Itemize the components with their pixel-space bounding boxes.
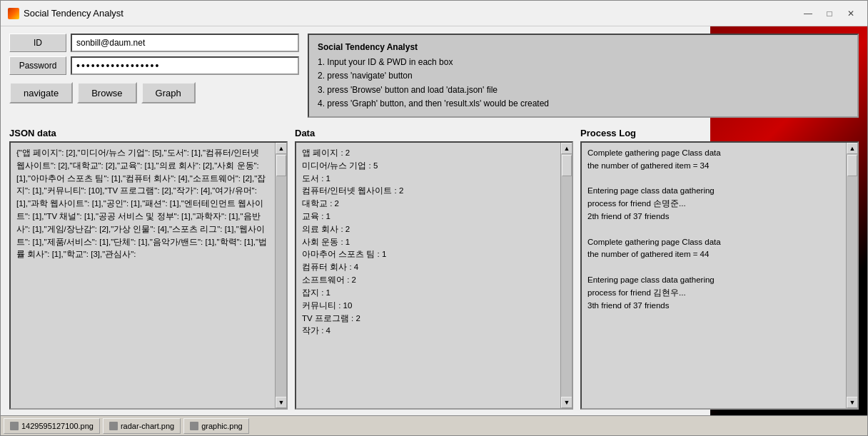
instructions-box: Social Tendency Analyst 1. Input your ID… (308, 34, 859, 118)
log-scroll-up[interactable]: ▲ (847, 143, 858, 154)
data-section: JSON data {"앱 페이지": [2],"미디어/뉴스 기업": [5]… (1, 125, 867, 415)
data-scroll-track (561, 154, 572, 397)
close-button[interactable]: ✕ (842, 6, 860, 21)
password-label: Password (9, 56, 66, 75)
log-scroll-thumb (847, 155, 857, 176)
app-icon (8, 8, 19, 19)
log-panel-label: Process Log (580, 128, 859, 138)
json-panel-label: JSON data (9, 128, 288, 138)
instructions-line-2: 2. press 'navigate' button (318, 69, 849, 83)
main-window: Social Tendency Analyst — □ ✕ ID Passwor… (0, 0, 868, 436)
data-panel-label: Data (295, 128, 573, 138)
instructions-line-4: 4. press 'Graph' button, and then 'resul… (318, 97, 849, 111)
log-scroll-down[interactable]: ▼ (847, 397, 858, 408)
taskbar-item-2[interactable]: graphic.png (183, 418, 249, 434)
json-scroll-track (276, 154, 286, 397)
taskbar-item-icon-2 (190, 422, 198, 430)
minimize-button[interactable]: — (799, 6, 817, 21)
action-buttons: navigate Browse Graph (9, 82, 299, 103)
navigate-button[interactable]: navigate (9, 82, 73, 103)
data-panel: Data 앱 페이지 : 2 미디어/뉴스 기업 : 5 도서 : 1 컴퓨터/… (295, 128, 573, 410)
json-scroll-up[interactable]: ▲ (276, 143, 287, 154)
graph-button[interactable]: Graph (141, 82, 196, 103)
instructions-title: Social Tendency Analyst (318, 41, 849, 54)
taskbar-item-0[interactable]: 1429595127100.png (4, 418, 100, 434)
form-area: ID Password navigate Browse Graph (9, 34, 299, 118)
taskbar: 1429595127100.png radar-chart.png graphi… (1, 415, 867, 435)
json-panel-content: {"앱 페이지": [2],"미디어/뉴스 기업": [5],"도서": [1]… (9, 141, 288, 410)
id-input[interactable] (71, 34, 299, 52)
taskbar-item-icon-1 (109, 422, 118, 430)
data-scroll-thumb (562, 155, 572, 176)
main-content: ID Password navigate Browse Graph Social… (1, 26, 867, 435)
instructions-line-1: 1. Input your ID & PWD in each box (318, 56, 849, 69)
id-row: ID (9, 34, 299, 52)
data-scrollbar[interactable]: ▲ ▼ (560, 143, 572, 408)
log-scroll-track (847, 154, 857, 397)
taskbar-item-icon-0 (10, 422, 19, 430)
json-panel: JSON data {"앱 페이지": [2],"미디어/뉴스 기업": [5]… (9, 128, 288, 410)
log-panel: Process Log Complete gathering page Clas… (580, 128, 859, 410)
data-scroll-up[interactable]: ▲ (561, 143, 572, 154)
log-scrollbar[interactable]: ▲ ▼ (846, 143, 857, 408)
title-bar-left: Social Tendency Analyst (8, 8, 123, 19)
taskbar-item-1[interactable]: radar-chart.png (103, 418, 181, 434)
taskbar-item-label-1: radar-chart.png (121, 422, 174, 430)
data-text[interactable]: 앱 페이지 : 2 미디어/뉴스 기업 : 5 도서 : 1 컴퓨터/인터넷 웹… (296, 143, 560, 408)
instructions-line-3: 3. press 'Browse' button and load 'data.… (318, 83, 849, 97)
maximize-button[interactable]: □ (820, 6, 839, 21)
json-text[interactable]: {"앱 페이지": [2],"미디어/뉴스 기업": [5],"도서": [1]… (11, 143, 275, 408)
log-panel-content: Complete gathering page Class data the n… (580, 141, 859, 410)
title-bar: Social Tendency Analyst — □ ✕ (1, 1, 867, 26)
password-input[interactable] (71, 56, 299, 75)
id-label: ID (9, 34, 66, 52)
top-section: ID Password navigate Browse Graph Social… (1, 26, 867, 125)
data-scroll-down[interactable]: ▼ (561, 397, 572, 408)
window-title: Social Tendency Analyst (24, 8, 123, 19)
log-text[interactable]: Complete gathering page Class data the n… (582, 143, 846, 408)
password-row: Password (9, 56, 299, 75)
json-scroll-thumb (276, 155, 286, 176)
data-panel-content: 앱 페이지 : 2 미디어/뉴스 기업 : 5 도서 : 1 컴퓨터/인터넷 웹… (295, 141, 573, 410)
browse-button[interactable]: Browse (77, 82, 136, 103)
window-controls: — □ ✕ (799, 6, 860, 21)
taskbar-item-label-2: graphic.png (201, 422, 243, 430)
json-scroll-down[interactable]: ▼ (276, 397, 287, 408)
json-scrollbar[interactable]: ▲ ▼ (275, 143, 286, 408)
taskbar-item-label-0: 1429595127100.png (21, 422, 94, 430)
